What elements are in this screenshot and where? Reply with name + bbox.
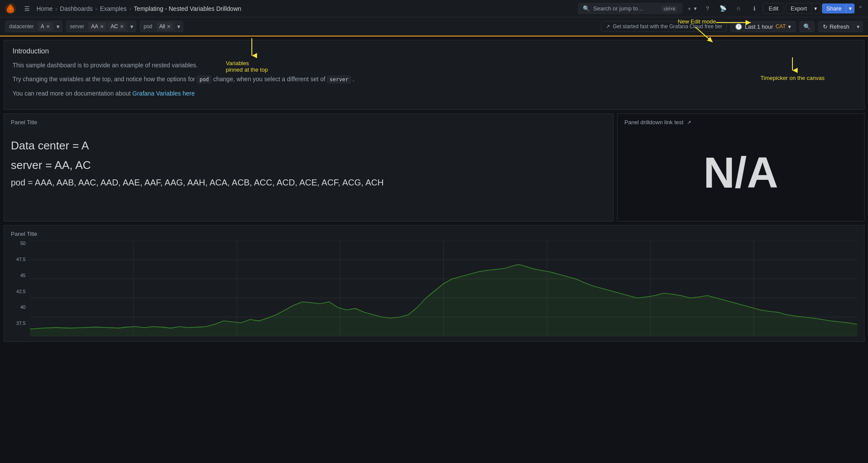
clock-icon: 🕐 <box>735 23 742 30</box>
svg-point-1 <box>9 7 12 10</box>
external-link-icon: ↗ <box>606 23 610 30</box>
export-button[interactable]: Export <box>786 3 812 14</box>
panel-right-title: Panel drilldown link test <box>624 119 683 126</box>
edit-button[interactable]: Edit <box>763 3 784 14</box>
chart-y-axis: 50 47.5 45 42.5 40 37.5 <box>11 241 28 326</box>
share-caret[interactable]: ▾ <box>846 3 855 13</box>
panel-left-title: Panel Title <box>11 119 37 126</box>
panel-right-title-row: Panel drilldown link test ↗ <box>624 119 857 126</box>
export-caret[interactable]: ▾ <box>812 3 820 14</box>
panel-pod-value: pod = AAA, AAB, AAC, AAD, AAE, AAF, AAG,… <box>11 176 606 189</box>
server-remove-aa[interactable]: ✕ <box>100 24 104 29</box>
intro-para3: You can read more on documentation about… <box>13 89 855 98</box>
cloud-promo-button[interactable]: ↗ Get started fast with the Grafana Clou… <box>601 21 727 32</box>
cat-label: CAT <box>776 23 785 30</box>
export-group: Export ▾ <box>786 3 821 14</box>
app-logo[interactable] <box>3 2 17 16</box>
main-content: Introduction This sample dashboard is to… <box>0 40 868 342</box>
breadcrumb-current: Templating - Nested Variables Drilldown <box>134 5 241 12</box>
collapse-button[interactable]: ⌃ <box>856 3 865 13</box>
pod-caret[interactable]: ▾ <box>174 21 183 32</box>
breadcrumb-home[interactable]: Home <box>36 5 53 12</box>
menu-button[interactable]: ☰ <box>20 2 34 16</box>
breadcrumb-dashboards[interactable]: Dashboards <box>60 5 93 12</box>
panel-drilldown: Panel drilldown link test ↗ N/A <box>617 113 865 222</box>
time-picker-caret: ▾ <box>788 23 791 30</box>
panel-datacenter-value: Data center = A <box>11 138 606 153</box>
panels-row: Panel Title Data center = A server = AA,… <box>3 113 865 222</box>
server-remove-ac[interactable]: ✕ <box>120 24 124 29</box>
grafana-variables-link[interactable]: Grafana Variables here <box>132 90 195 97</box>
search-icon: 🔍 <box>583 5 590 12</box>
na-value: N/A <box>624 129 857 216</box>
cloud-promo-text: Get started fast with the Grafana Cloud … <box>613 23 722 30</box>
pod-label: pod <box>140 22 156 31</box>
y-label-40: 40 <box>11 304 28 310</box>
variable-bar: datacenter A ✕ ▾ server AA ✕ AC ✕ ▾ pod <box>0 17 868 36</box>
server-label: server <box>66 22 88 31</box>
y-label-45: 45 <box>11 273 28 278</box>
info-button[interactable]: ℹ <box>747 2 761 16</box>
intro-para1: This sample dashboard is to provide an e… <box>13 60 855 70</box>
refresh-button[interactable]: ↻ Refresh <box>818 21 854 32</box>
breadcrumb: Home › Dashboards › Examples › Templatin… <box>36 5 575 12</box>
hamburger-icon: ☰ <box>24 5 30 12</box>
add-button[interactable]: ＋ ▾ <box>685 2 699 16</box>
refresh-group: ↻ Refresh ▾ <box>818 21 863 32</box>
y-label-50: 50 <box>11 241 28 246</box>
y-label-42-5: 42.5 <box>11 289 28 294</box>
search-placeholder: Search or jump to… <box>593 5 644 12</box>
intro-code-server: server <box>327 76 351 83</box>
y-label-47-5: 47.5 <box>11 257 28 262</box>
var-bar-right: ↗ Get started fast with the Grafana Clou… <box>601 21 863 32</box>
star-button[interactable]: ☆ <box>732 2 746 16</box>
pod-remove-all[interactable]: ✕ <box>167 24 171 29</box>
pod-chip-all: All ✕ <box>157 22 173 31</box>
zoom-icon: 🔍 <box>803 23 811 30</box>
datacenter-remove-a[interactable]: ✕ <box>46 24 50 29</box>
datacenter-label: datacenter <box>6 22 37 31</box>
feeds-button[interactable]: 📡 <box>716 2 730 16</box>
panel-left-data: Data center = A server = AA, AC pod = AA… <box>11 129 606 189</box>
chart-panel: Panel Title 50 47.5 45 42.5 40 37.5 <box>3 225 865 342</box>
datacenter-caret[interactable]: ▾ <box>53 21 62 32</box>
zoom-out-button[interactable]: 🔍 <box>799 21 815 32</box>
intro-code-pod: pod <box>197 76 211 83</box>
chart-plot <box>30 241 857 336</box>
search-shortcut: ctrl+k <box>662 6 678 12</box>
datacenter-variable: datacenter A ✕ ▾ <box>5 21 63 32</box>
refresh-label: Refresh <box>829 23 849 30</box>
top-nav: ☰ Home › Dashboards › Examples › Templat… <box>0 0 868 17</box>
pod-variable: pod All ✕ ▾ <box>140 21 183 32</box>
chart-area: 50 47.5 45 42.5 40 37.5 <box>11 241 857 336</box>
help-button[interactable]: ? <box>700 2 714 16</box>
refresh-icon: ↻ <box>823 23 828 30</box>
intro-para2: Try changing the variables at the top, a… <box>13 74 855 84</box>
time-picker[interactable]: 🕐 Last 1 hour CAT ▾ <box>730 21 796 32</box>
datacenter-chip-a: A ✕ <box>38 22 53 31</box>
panel-left-title-row: Panel Title <box>11 119 606 126</box>
chart-title: Panel Title <box>11 231 37 237</box>
intro-panel: Introduction This sample dashboard is to… <box>3 40 865 110</box>
server-caret[interactable]: ▾ <box>127 21 136 32</box>
nav-actions: ＋ ▾ ? 📡 ☆ ℹ Edit Export ▾ Share ▾ ⌃ <box>685 2 865 16</box>
server-chip-ac: AC ✕ <box>108 22 126 31</box>
intro-title: Introduction <box>13 47 855 55</box>
external-link-icon[interactable]: ↗ <box>687 119 691 126</box>
panel-server-value: server = AA, AC <box>11 157 606 173</box>
search-bar[interactable]: 🔍 Search or jump to… ctrl+k <box>578 3 682 14</box>
y-label-37-5: 37.5 <box>11 321 28 326</box>
refresh-caret[interactable]: ▾ <box>854 21 863 32</box>
breadcrumb-examples[interactable]: Examples <box>100 5 126 12</box>
share-button[interactable]: Share <box>822 3 846 13</box>
share-group: Share ▾ <box>822 3 855 13</box>
panel-title-left: Panel Title Data center = A server = AA,… <box>3 113 614 222</box>
server-variable: server AA ✕ AC ✕ ▾ <box>66 21 136 32</box>
chart-title-row: Panel Title <box>11 231 857 237</box>
server-chip-aa: AA ✕ <box>89 22 106 31</box>
time-range-label: Last 1 hour <box>745 23 773 30</box>
